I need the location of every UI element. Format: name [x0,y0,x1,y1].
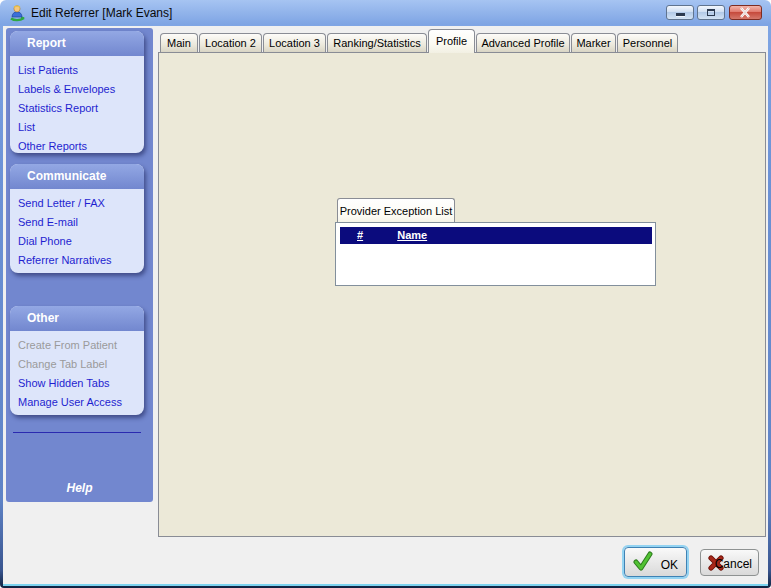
list-header: # Name [340,227,652,244]
tab-location-3[interactable]: Location 3 [263,33,326,52]
tab-main[interactable]: Main [160,33,198,52]
help-link[interactable]: Help [6,481,153,495]
profile-tab-panel [158,52,766,537]
sidebar-section-report-title: Report [10,31,144,56]
ok-button[interactable]: OK [624,547,687,577]
sidebar-section-communicate: Communicate Send Letter / FAX Send E-mai… [10,164,144,273]
tab-ranking-statistics[interactable]: Ranking/Statistics [327,33,427,52]
sidebar-item-labels-envelopes[interactable]: Labels & Envelopes [18,80,140,99]
sidebar-item-dial-phone[interactable]: Dial Phone [18,232,140,251]
sidebar-item-change-tab-label: Change Tab Label [18,355,140,374]
minimize-button[interactable] [666,5,694,20]
minimize-icon [676,13,685,16]
sidebar-item-create-from-patient: Create From Patient [18,336,140,355]
sidebar-item-referrer-narratives[interactable]: Referrer Narratives [18,251,140,270]
close-x-icon [730,6,761,19]
sidebar-section-other: Other Create From Patient Change Tab Lab… [10,306,144,415]
tab-personnel[interactable]: Personnel [617,33,678,52]
tab-location-2[interactable]: Location 2 [199,33,262,52]
sidebar-item-manage-user-access[interactable]: Manage User Access [18,393,140,412]
sidebar-divider [13,432,141,433]
tab-advanced-profile[interactable]: Advanced Profile [476,33,570,52]
column-number[interactable]: # [357,227,363,244]
cancel-button[interactable]: Cancel [700,549,759,576]
close-button[interactable] [729,5,762,20]
sidebar-section-report: Report List Patients Labels & Envelopes … [10,31,144,153]
maximize-icon [707,9,715,16]
tab-marker[interactable]: Marker [571,33,616,52]
sidebar-item-list[interactable]: List [18,118,140,137]
referrer-person-icon [8,4,26,22]
ok-check-icon [632,551,654,575]
window-title: Edit Referrer [Mark Evans] [31,6,172,20]
column-name[interactable]: Name [397,227,427,244]
frame-accent-line [3,584,768,586]
maximize-button[interactable] [697,5,725,20]
sidebar-section-communicate-title: Communicate [10,164,144,189]
subtab-provider-exception-list[interactable]: Provider Exception List [337,198,455,223]
edit-referrer-window: Edit Referrer [Mark Evans] Report List P… [0,0,771,588]
sidebar-section-other-title: Other [10,306,144,331]
sidebar-item-send-letter-fax[interactable]: Send Letter / FAX [18,194,140,213]
sidebar-item-statistics-report[interactable]: Statistics Report [18,99,140,118]
sidebar-item-send-email[interactable]: Send E-mail [18,213,140,232]
sidebar-item-list-patients[interactable]: List Patients [18,61,140,80]
sidebar-item-show-hidden-tabs[interactable]: Show Hidden Tabs [18,374,140,393]
provider-exception-listbox[interactable]: # Name [335,222,656,286]
tab-profile[interactable]: Profile [428,29,475,53]
sidebar-item-other-reports[interactable]: Other Reports [18,137,140,156]
